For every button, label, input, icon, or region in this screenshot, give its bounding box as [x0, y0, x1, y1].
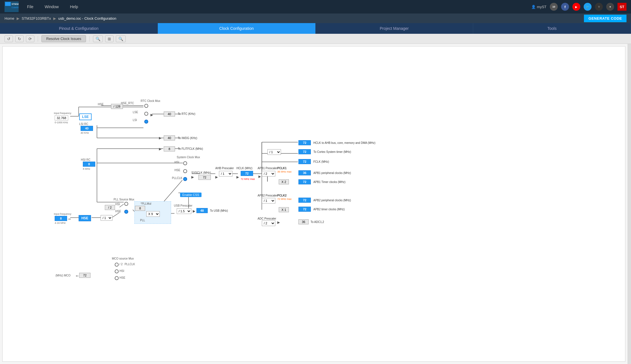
fclk-label: FCLK (MHz) — [313, 160, 329, 163]
pclk2-label: PCLK2 — [277, 194, 287, 197]
pll-mux-hse[interactable] — [124, 210, 128, 214]
undo-button[interactable]: ↺ — [5, 35, 13, 42]
tab-tools[interactable]: Tools — [473, 23, 631, 34]
apb1-periph-value[interactable]: 36 — [298, 170, 311, 175]
x2-box[interactable]: X 2 — [279, 179, 289, 184]
hclk-ahb-value[interactable]: 72 — [298, 140, 311, 145]
input-freq-1-value[interactable]: 32.768 — [55, 115, 68, 120]
tab-project[interactable]: Project Manager — [316, 23, 473, 34]
rtc-mux-lse[interactable] — [144, 112, 148, 116]
ahb-prescaler-select[interactable]: / 1/ 2/ 4 — [219, 171, 233, 177]
fit-button[interactable]: ⊞ — [105, 35, 114, 42]
sysclk-mux-hse[interactable] — [183, 169, 187, 173]
top-nav: STM32 CubeMX File Window Help 👤 myST 10 … — [0, 0, 631, 14]
pllmul-label: *PLLMul — [141, 202, 151, 205]
nav-window[interactable]: Window — [45, 5, 59, 9]
apb1-prescaler-select[interactable]: / 2/ 1/ 4 — [262, 171, 275, 177]
tab-clock[interactable]: Clock Configuration — [158, 23, 316, 34]
tab-pinout[interactable]: Pinout & Configuration — [0, 23, 158, 34]
iwdg-arrow: ▶ — [159, 136, 161, 140]
flitfclk-value[interactable]: 8 — [164, 146, 175, 151]
pll-mux-hsi[interactable] — [124, 202, 128, 206]
ahb-prescaler-label: AHB Prescaler — [215, 167, 234, 170]
lsi-mux-label: LSI — [133, 119, 137, 122]
x1-box[interactable]: X 1 — [279, 207, 289, 212]
st-network-icon[interactable]: ✦ — [606, 3, 614, 11]
tab-bar: Pinout & Configuration Clock Configurati… — [0, 23, 631, 34]
apb2-timer-value[interactable]: 72 — [298, 207, 311, 212]
svg-text:CubeMX: CubeMX — [12, 6, 19, 8]
breadcrumb-home[interactable]: Home — [5, 16, 14, 21]
mco-hsi-label: HSI — [119, 269, 124, 273]
mco-label: (MHz) MCO — [56, 274, 70, 277]
rtc-clock-mux-label: RTC Clock Mux — [141, 99, 160, 102]
nav-user[interactable]: 👤 myST — [531, 5, 546, 9]
breadcrumb-current[interactable]: usb_demo.ioc - Clock Configuration — [58, 16, 116, 21]
facebook-icon[interactable]: f — [561, 3, 569, 11]
to-rtc-value[interactable]: 40 — [164, 111, 175, 117]
to-usb-label: To USB (MHz) — [210, 209, 228, 212]
logo: STM32 CubeMX — [5, 1, 19, 12]
sysclk-mux-pllclk[interactable] — [183, 177, 187, 181]
apb2-prescaler-label: APB2 Prescaler — [258, 194, 278, 197]
youtube-icon[interactable]: ▶ — [572, 3, 580, 11]
breadcrumb-sep-1: ▶ — [17, 16, 19, 21]
sysclk-mux-hsi[interactable] — [183, 161, 187, 165]
rtc-mux-hse[interactable] — [144, 104, 148, 108]
fclk-value[interactable]: 72 — [298, 159, 311, 164]
adc-prescaler-select[interactable]: / 2/ 4/ 6 — [262, 220, 275, 226]
rtc-mux-lsi[interactable] — [144, 120, 148, 124]
breadcrumb-bar: Home ▶ STM32F103RBTx ▶ usb_demo.ioc - Cl… — [0, 14, 631, 23]
mco-mux-hsi[interactable] — [115, 269, 119, 273]
mco-value-box[interactable]: 72 — [79, 273, 90, 278]
hclk-arrow: ▶ — [236, 175, 239, 179]
mco-source-mux-label: MCO source Mux — [112, 257, 134, 260]
right-scrollbar[interactable] — [628, 44, 631, 364]
usb-prescaler-select[interactable]: / 1.5/ 1 — [177, 208, 191, 214]
pllmul-value-box[interactable]: 8 — [135, 206, 145, 211]
breadcrumb-device[interactable]: STM32F103RBTx — [22, 16, 51, 21]
nav-menu: File Window Help — [27, 5, 531, 9]
cortex-div1-select[interactable]: / 1/ 8 — [267, 149, 281, 155]
toolbar-separator — [38, 36, 38, 42]
to-iwdg-value[interactable]: 40 — [164, 135, 175, 140]
apb2-prescaler-select[interactable]: / 1/ 2 — [262, 198, 275, 204]
generate-code-button[interactable]: GENERATE CODE — [584, 15, 626, 22]
toolbar: ↺ ↻ ⟳ Resolve Clock Issues 🔍 ⊞ 🔍 — [0, 34, 631, 44]
flitfclk-arrow: ▶ — [159, 147, 161, 151]
toolbar-separator-2 — [89, 36, 90, 42]
cortex-timer-value[interactable]: 72 — [298, 149, 311, 154]
pclk1-max: 36 MHz max — [277, 170, 292, 173]
adc-value[interactable]: 36 — [298, 219, 309, 224]
github-icon[interactable]: ⑂ — [595, 3, 603, 11]
zoom-in-button[interactable]: 🔍 — [93, 35, 103, 42]
hclk-ahb-label: HCLK to AHB bus, core, memory and DMA (M… — [313, 141, 375, 144]
hclk-value[interactable]: 72 — [241, 171, 253, 176]
nav-help[interactable]: Help — [70, 5, 78, 9]
zoom-out-button[interactable]: 🔍 — [116, 35, 126, 42]
sysclk-value[interactable]: 72 — [198, 175, 211, 180]
adc-arrow: ▶ — [277, 220, 280, 224]
usb-value[interactable]: 48 — [196, 208, 208, 213]
enable-css-button[interactable]: Enable CSS — [180, 193, 202, 197]
refresh-button[interactable]: ⟳ — [26, 35, 34, 42]
badge-10-icon[interactable]: 10 — [550, 3, 558, 11]
lse-mux-label: LSE — [133, 111, 138, 114]
nav-file[interactable]: File — [27, 5, 34, 9]
apb2-periph-value[interactable]: 72 — [298, 198, 311, 203]
hclk-label: HCLK (MHz) — [236, 167, 253, 170]
twitter-icon[interactable]: 🐦 — [584, 3, 592, 11]
main-area: Input frequency 32.768 0-1000 KHz LSE LS… — [0, 44, 631, 364]
mco-mux-hse[interactable] — [115, 276, 119, 280]
redo-button[interactable]: ↻ — [15, 35, 24, 42]
user-icon: 👤 — [531, 5, 536, 9]
pclk1-label: PCLK1 — [277, 167, 287, 170]
apb1-timer-value[interactable]: 72 — [298, 179, 311, 184]
div2-box[interactable]: / 2 — [105, 205, 115, 210]
hse-div1-select[interactable]: / 1/ 2 — [101, 215, 112, 221]
apb2-timer-label: APB2 timer clocks (MHz) — [313, 208, 345, 211]
pll-mul-select[interactable]: X 9X 2X 3X 4X 6 — [146, 211, 160, 217]
input-freq-2-value[interactable]: 8 — [55, 216, 67, 221]
resolve-clock-button[interactable]: Resolve Clock Issues — [41, 35, 86, 42]
mco-mux-pllclk[interactable] — [115, 263, 119, 267]
